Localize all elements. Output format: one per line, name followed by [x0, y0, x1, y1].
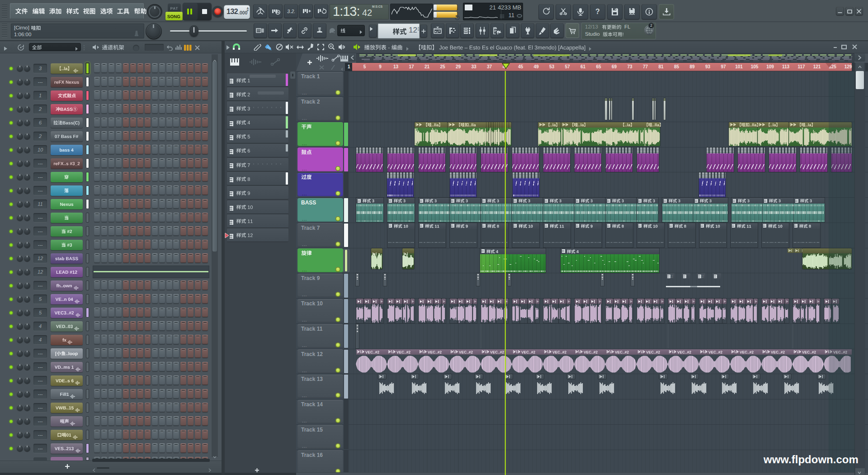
- svg-text:?: ?: [595, 8, 600, 15]
- svg-text:3.2.: 3.2.: [287, 9, 295, 14]
